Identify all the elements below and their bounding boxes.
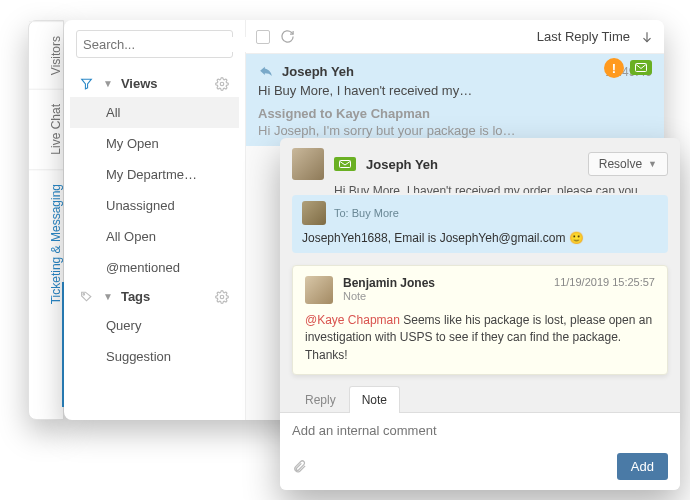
view-my-open[interactable]: My Open xyxy=(70,128,239,159)
svg-point-5 xyxy=(220,295,224,299)
vtab-livechat[interactable]: Live Chat xyxy=(29,89,63,169)
message-block: To: Buy More JosephYeh1688, Email is Jos… xyxy=(292,195,668,253)
note-card: Benjamin Jones Note 11/19/2019 15:25:57 … xyxy=(292,265,668,375)
note-author: Benjamin Jones xyxy=(343,276,544,290)
conversation-item[interactable]: Joseph Yeh 10:49:40 ! Hi Buy More, I hav… xyxy=(246,54,664,146)
conversation-sender: Joseph Yeh xyxy=(282,64,354,79)
svg-point-3 xyxy=(220,82,224,86)
view-unassigned[interactable]: Unassigned xyxy=(70,190,239,221)
ticket-header: Joseph Yeh Resolve ▼ xyxy=(280,138,680,184)
ticket-subject: Hi Buy More, I haven't received my order… xyxy=(280,184,680,193)
ticket-sender: Joseph Yeh xyxy=(366,157,438,172)
sort-label[interactable]: Last Reply Time xyxy=(537,29,630,44)
conversation-reply-preview: Hi Joseph, I'm sorry but your package is… xyxy=(258,123,652,138)
svg-rect-7 xyxy=(636,64,647,72)
funnel-icon xyxy=(80,77,93,90)
refresh-icon[interactable] xyxy=(280,29,295,44)
note-mention[interactable]: @Kaye Chapman xyxy=(305,313,400,327)
views-header[interactable]: ▼ Views xyxy=(70,70,239,97)
resolve-button[interactable]: Resolve ▼ xyxy=(588,152,668,176)
note-kind: Note xyxy=(343,290,544,302)
tab-note[interactable]: Note xyxy=(349,386,400,413)
vtab-ticketing[interactable]: Ticketing & Messaging xyxy=(29,169,63,318)
tags-label: Tags xyxy=(121,289,150,304)
envelope-icon xyxy=(334,157,356,171)
message-to: To: Buy More xyxy=(334,207,399,219)
composer-input[interactable] xyxy=(292,423,668,453)
tag-suggestion[interactable]: Suggestion xyxy=(70,341,239,372)
view-all-open[interactable]: All Open xyxy=(70,221,239,252)
vtab-visitors[interactable]: Visitors xyxy=(29,21,63,89)
conversation-preview: Hi Buy More, I haven't received my… xyxy=(258,83,652,98)
avatar xyxy=(305,276,333,304)
avatar xyxy=(292,148,324,180)
select-all-checkbox[interactable] xyxy=(256,30,270,44)
tag-icon xyxy=(80,290,93,303)
views-label: Views xyxy=(121,76,158,91)
view-my-department[interactable]: My Departme… xyxy=(70,159,239,190)
vertical-tabs: Visitors Live Chat Ticketing & Messaging xyxy=(28,20,64,420)
search-input-wrap[interactable] xyxy=(76,30,233,58)
view-mentioned[interactable]: @mentioned xyxy=(70,252,239,283)
note-body: @Kaye Chapman Seems like his package is … xyxy=(305,312,655,364)
gear-icon[interactable] xyxy=(215,290,229,304)
svg-rect-9 xyxy=(340,161,351,168)
alert-badge-icon: ! xyxy=(604,58,624,78)
list-header: Last Reply Time xyxy=(246,20,664,54)
sidebar: ▼ Views All My Open My Departme… Unassig… xyxy=(64,20,246,420)
attach-icon[interactable] xyxy=(292,459,307,474)
gear-icon[interactable] xyxy=(215,77,229,91)
view-all[interactable]: All xyxy=(70,97,239,128)
ticket-detail-card: Joseph Yeh Resolve ▼ Hi Buy More, I have… xyxy=(280,138,680,490)
add-button[interactable]: Add xyxy=(617,453,668,480)
message-body: JosephYeh1688, Email is JosephYeh@gmail.… xyxy=(302,231,658,245)
caret-down-icon: ▼ xyxy=(103,291,113,302)
mail-badge-icon xyxy=(630,60,652,75)
composer: Add xyxy=(280,413,680,490)
tag-query[interactable]: Query xyxy=(70,310,239,341)
sort-arrow-down-icon[interactable] xyxy=(640,30,654,44)
chevron-down-icon: ▼ xyxy=(648,159,657,169)
svg-marker-2 xyxy=(82,79,92,89)
reply-icon xyxy=(258,65,274,79)
tags-header[interactable]: ▼ Tags xyxy=(70,283,239,310)
avatar xyxy=(302,201,326,225)
conversation-assigned: Assigned to Kaye Chapman xyxy=(258,106,652,121)
note-timestamp: 11/19/2019 15:25:57 xyxy=(554,276,655,288)
search-input[interactable] xyxy=(83,37,251,52)
tab-reply[interactable]: Reply xyxy=(292,386,349,413)
caret-down-icon: ▼ xyxy=(103,78,113,89)
resolve-label: Resolve xyxy=(599,157,642,171)
composer-tabs: Reply Note xyxy=(280,385,680,413)
svg-point-4 xyxy=(83,294,85,296)
